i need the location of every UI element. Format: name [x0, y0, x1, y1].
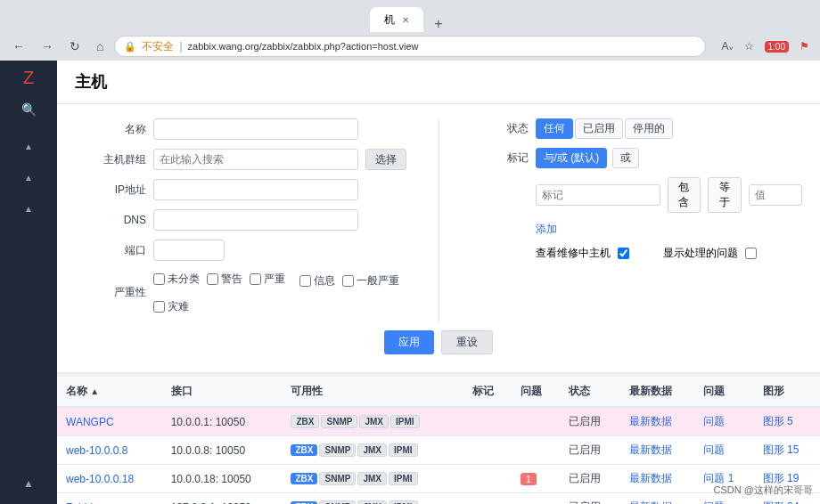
bookmark-button[interactable]: ☆	[741, 38, 758, 54]
insecure-label: 不安全	[142, 39, 174, 54]
address-field[interactable]: 🔒 不安全 | zabbix.wang.org/zabbix/zabbix.ph…	[114, 36, 705, 57]
col-problems[interactable]: 问题	[512, 377, 560, 407]
severity-high-label: 严重	[264, 272, 285, 287]
new-tab-button[interactable]: +	[427, 16, 449, 32]
severity-average[interactable]: 一般严重	[342, 273, 399, 289]
severity-average-checkbox[interactable]	[342, 275, 354, 287]
ublock-button[interactable]: 1:00	[761, 38, 792, 54]
back-button[interactable]: ←	[7, 37, 30, 55]
problem-count-link[interactable]: 问题 1	[703, 472, 734, 484]
severity-unclassified[interactable]: 未分类	[153, 272, 200, 287]
severity-info-label: 信息	[314, 273, 335, 289]
protocol-badge-snmp: SNMP	[319, 443, 356, 457]
problem-link[interactable]: 问题	[703, 500, 725, 504]
refresh-button[interactable]: ↻	[64, 37, 86, 55]
host-group-input[interactable]	[153, 149, 358, 170]
sidebar-item-bottom[interactable]: ▲	[20, 470, 37, 497]
tag-input-row: 包含 等于	[457, 177, 803, 213]
host-name-link[interactable]: Zabbix server	[66, 501, 131, 505]
name-input[interactable]	[153, 118, 358, 140]
latest-data-link[interactable]: 最新数据	[629, 415, 672, 427]
tag-contains-button[interactable]: 包含	[668, 177, 701, 213]
severity-info[interactable]: 信息	[299, 273, 335, 289]
tag-value-input[interactable]	[749, 184, 802, 206]
tab-close-icon[interactable]: ✕	[402, 15, 409, 25]
table-row: Zabbix server127.0.0.1: 10050ZBXSNMPJMXI…	[57, 493, 820, 505]
col-tags[interactable]: 标记	[463, 377, 512, 407]
sidebar-search-button[interactable]: 🔍	[14, 95, 44, 124]
cell-problems	[512, 493, 560, 505]
graphs-link[interactable]: 图形 15	[763, 443, 800, 456]
sort-arrow-name: ▲	[90, 386, 99, 396]
maintenance-label: 查看维修中主机	[536, 246, 611, 261]
select-button[interactable]: 选择	[365, 149, 406, 170]
port-row: 端口	[75, 240, 421, 261]
status-enabled-button[interactable]: 已启用	[575, 118, 623, 139]
col-availability[interactable]: 可用性	[282, 377, 463, 407]
url-text: zabbix.wang.org/zabbix/zabbix.php?action…	[188, 41, 419, 52]
status-any-button[interactable]: 任何	[536, 118, 573, 139]
graphs-link[interactable]: 图形 5	[763, 415, 793, 427]
tag-and-button[interactable]: 与/或 (默认)	[536, 148, 608, 168]
active-tab[interactable]: 机 ✕	[370, 7, 423, 32]
severity-info-checkbox[interactable]	[299, 275, 311, 287]
severity-high[interactable]: 严重	[250, 272, 285, 287]
table-row: WANGPC10.0.0.1: 10050ZBXSNMPJMXIPMI已启用最新…	[57, 407, 820, 436]
add-tag-link[interactable]: 添加	[536, 222, 557, 237]
reset-button[interactable]: 重设	[441, 330, 493, 354]
graphs-link[interactable]: 图形 19	[763, 472, 800, 484]
host-name-link[interactable]: web-10.0.0.18	[66, 473, 134, 485]
cell-interface: 127.0.0.1: 10050	[162, 493, 283, 505]
extensions-button[interactable]: ⚑	[796, 38, 813, 54]
severity-warning-checkbox[interactable]	[207, 273, 218, 285]
ip-label: IP地址	[75, 183, 146, 198]
severity-disaster[interactable]: 灾难	[153, 299, 189, 314]
home-button[interactable]: ⌂	[91, 37, 109, 55]
filter-left: 名称 主机群组 选择 IP地址 DNS	[75, 118, 421, 323]
apply-button[interactable]: 应用	[384, 330, 434, 354]
protocol-badge-jmx: JMX	[357, 443, 387, 457]
forward-button[interactable]: →	[36, 37, 59, 55]
tag-or-button[interactable]: 或	[612, 148, 639, 168]
cell-problem-count: 问题	[694, 407, 753, 436]
col-problem-count[interactable]: 问题	[694, 377, 753, 407]
severity-checkboxes: 未分类 警告 严重	[153, 270, 421, 314]
col-status[interactable]: 状态	[560, 377, 621, 407]
ip-input[interactable]	[153, 179, 358, 200]
read-mode-button[interactable]: Aᵥ	[718, 38, 737, 54]
col-graphs[interactable]: 图形	[754, 377, 820, 407]
problem-link[interactable]: 问题	[703, 415, 725, 427]
col-name[interactable]: 名称 ▲	[57, 377, 162, 407]
tag-equals-button[interactable]: 等于	[708, 177, 742, 213]
dns-input[interactable]	[153, 209, 358, 231]
host-name-link[interactable]: WANGPC	[66, 416, 114, 428]
content-area: 主机 名称 主机群组 选择 IP地址	[57, 61, 820, 504]
col-interface[interactable]: 接口	[162, 377, 283, 407]
col-latest-data[interactable]: 最新数据	[620, 377, 694, 407]
severity-high-checkbox[interactable]	[250, 273, 261, 285]
cell-status: 已启用	[560, 465, 621, 493]
graphs-link[interactable]: 图形 24	[763, 500, 800, 504]
sidebar-item-2[interactable]: ▲	[0, 162, 57, 193]
latest-data-link[interactable]: 最新数据	[629, 443, 672, 456]
severity-row: 严重性 未分类 警告 严重	[75, 270, 421, 314]
problem-link[interactable]: 问题	[703, 443, 725, 456]
tag-name-input[interactable]	[536, 184, 660, 206]
port-input[interactable]	[153, 240, 225, 261]
cell-status: 已启用	[560, 493, 621, 505]
filter-section: 名称 主机群组 选择 IP地址 DNS	[57, 104, 820, 373]
host-name-link[interactable]: web-10.0.0.8	[66, 444, 127, 457]
maintenance-checkbox[interactable]	[618, 248, 629, 259]
status-disabled-button[interactable]: 停用的	[625, 118, 673, 139]
severity-disaster-label: 灾难	[168, 299, 189, 314]
severity-disaster-checkbox[interactable]	[153, 301, 165, 313]
latest-data-link[interactable]: 最新数据	[629, 472, 672, 484]
show-problems-checkbox[interactable]	[745, 248, 757, 259]
sidebar-item-3[interactable]: ▲	[0, 193, 57, 224]
sidebar-item-1[interactable]: ▲	[0, 131, 57, 162]
sidebar-logo: Z	[23, 68, 34, 88]
severity-warning[interactable]: 警告	[207, 272, 242, 287]
severity-unclassified-checkbox[interactable]	[153, 273, 165, 285]
latest-data-link[interactable]: 最新数据	[629, 500, 672, 504]
sidebar-expand-icon-3: ▲	[20, 200, 37, 217]
